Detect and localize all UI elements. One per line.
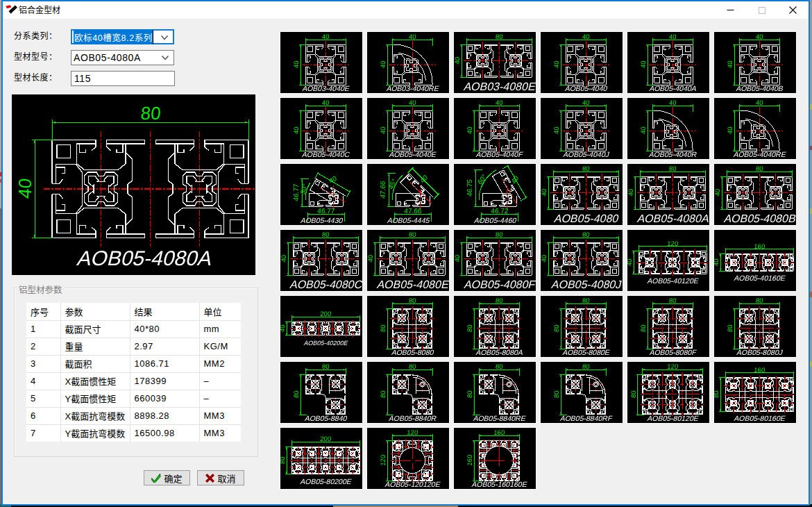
- maximize-icon: [759, 7, 766, 14]
- profile-thumbnail[interactable]: 160160AOB05-160160E: [453, 427, 536, 490]
- svg-text:40: 40: [756, 99, 764, 106]
- close-button[interactable]: [777, 1, 809, 19]
- params-cell: 重量: [60, 338, 130, 355]
- profile-thumbnail[interactable]: 8040AOB05-4080C: [280, 229, 363, 292]
- series-combobox[interactable]: 欧标40槽宽8.2系列: [71, 29, 174, 44]
- profile-thumbnail[interactable]: 16040AOB05-40160E: [713, 229, 797, 292]
- profile-thumbnail[interactable]: 8040AOB05-4080F: [453, 229, 536, 292]
- profile-thumbnail[interactable]: 4040AOB05-4040A: [627, 31, 710, 94]
- params-cell: 8898.28: [130, 407, 199, 424]
- profile-thumbnail[interactable]: 12080AOB05-80120E: [627, 361, 710, 424]
- params-cell: 6: [26, 407, 60, 424]
- cancel-button[interactable]: 取消: [197, 470, 244, 485]
- svg-text:47.66: 47.66: [404, 207, 422, 215]
- profile-thumbnail[interactable]: 4040AOB03-4040E: [280, 31, 363, 94]
- profile-thumbnail[interactable]: 8080AOB05-8840R: [366, 361, 450, 424]
- svg-text:AOB05-8080E: AOB05-8080E: [562, 348, 611, 356]
- profile-thumbnail[interactable]: 8080AOB05-8080A: [453, 295, 536, 358]
- model-chevron-down-icon[interactable]: [161, 53, 169, 62]
- profile-thumbnail[interactable]: 8040AOB05-4080B: [713, 163, 797, 226]
- svg-text:AOB05-80160E: AOB05-80160E: [734, 414, 786, 422]
- svg-text:40: 40: [496, 99, 504, 106]
- svg-text:40: 40: [627, 188, 634, 197]
- maximize-button[interactable]: [746, 1, 777, 19]
- profile-thumbnail[interactable]: 4040AOB05-4040E: [366, 97, 450, 160]
- profile-thumbnail[interactable]: 16080AOB05-80160E: [713, 361, 797, 424]
- profile-thumbnail[interactable]: 8040AOB05-4080J: [540, 229, 623, 292]
- svg-text:AOB03-4040E: AOB03-4040E: [302, 84, 351, 92]
- svg-text:AOB05-4080B: AOB05-4080B: [723, 212, 796, 224]
- svg-text:40: 40: [627, 258, 633, 267]
- params-header-row: 序号参数结果单位: [26, 303, 241, 320]
- svg-text:40: 40: [639, 126, 647, 135]
- params-cell: 16500.98: [130, 424, 199, 442]
- profile-thumbnail[interactable]: 8040AOB03-4080E: [453, 31, 536, 94]
- titlebar[interactable]: 铝合金型材: [3, 1, 809, 19]
- params-table-body: 序号参数结果单位1截面尺寸40*80mm2重量2.97KG/M3截面积1086.…: [26, 303, 241, 442]
- profile-thumbnail[interactable]: 4040AOB05-4040: [540, 31, 623, 94]
- svg-text:46.75: 46.75: [466, 178, 473, 197]
- length-input[interactable]: 115: [71, 71, 175, 86]
- profile-thumbnail[interactable]: 120120AOB05-120120E: [366, 427, 450, 490]
- profile-thumbnail[interactable]: 4040AOB05-4040RE: [713, 97, 797, 160]
- profile-thumbnail[interactable]: 4040AOB05-4040B: [713, 31, 797, 94]
- model-label: 型材型号：: [14, 50, 58, 62]
- profile-thumbnail[interactable]: 8080AOB05-8080: [366, 295, 450, 358]
- svg-text:40: 40: [322, 33, 330, 40]
- svg-text:40: 40: [541, 188, 548, 197]
- svg-text:200: 200: [320, 310, 332, 317]
- profile-thumbnail[interactable]: 46.7746.774030°AOB05-4430: [280, 163, 363, 226]
- svg-text:80: 80: [466, 324, 473, 333]
- svg-text:AOB05-8840RE: AOB05-8840RE: [473, 414, 527, 422]
- svg-text:AOB05-4040A: AOB05-4040A: [649, 84, 699, 92]
- profile-thumbnail[interactable]: 8080AOB05-8080E: [540, 295, 623, 358]
- params-cell: 40*80: [130, 320, 199, 338]
- minimize-button[interactable]: [715, 1, 746, 19]
- window-title: 铝合金型材: [19, 4, 60, 15]
- ok-button[interactable]: 确定: [144, 470, 190, 485]
- params-cell: –: [199, 372, 241, 390]
- profile-thumbnail[interactable]: 8080AOB05-8840RF: [540, 361, 623, 424]
- profile-thumbnail[interactable]: 8080AOB05-8840: [280, 361, 363, 424]
- svg-text:80: 80: [496, 33, 504, 40]
- profile-thumbnail[interactable]: 46.7246.754060°AOB05-4460: [453, 163, 536, 226]
- svg-text:30°: 30°: [299, 183, 310, 196]
- svg-text:AOB05-4040: AOB05-4040: [564, 84, 609, 92]
- model-value: AOB05-4080A: [74, 52, 141, 63]
- profile-thumbnail[interactable]: 4040AOB03-4040RE: [366, 31, 450, 94]
- profile-thumbnail[interactable]: 8040AOB05-4080E: [366, 229, 450, 292]
- profile-thumbnail[interactable]: 4040AOB05-4040F: [453, 97, 536, 160]
- svg-text:80: 80: [756, 165, 764, 172]
- model-combobox[interactable]: AOB05-4080A: [71, 50, 174, 65]
- svg-text:80: 80: [496, 363, 504, 370]
- profile-thumbnail[interactable]: 4040AOB05-4040C: [280, 97, 363, 160]
- svg-text:47.66: 47.66: [379, 181, 387, 199]
- series-chevron-down-icon[interactable]: [160, 33, 169, 42]
- profile-thumbnail[interactable]: 20040AOB05-40200E: [280, 295, 363, 358]
- params-row: 4X截面惯性矩178399–: [26, 372, 241, 390]
- params-row: 6X截面抗弯模数8898.28MM3: [26, 407, 241, 424]
- profile-thumbnail[interactable]: 8080AOB05-8080J: [713, 295, 797, 358]
- svg-text:40: 40: [292, 126, 300, 135]
- profile-thumbnail[interactable]: 8040AOB05-4080: [540, 163, 623, 226]
- params-cell: X截面抗弯模数: [60, 407, 130, 424]
- profile-thumbnail[interactable]: 47.6647.664045°AOB05-4445: [366, 163, 450, 226]
- profile-thumbnail[interactable]: 12040AOB05-40120E: [627, 229, 710, 292]
- svg-text:120: 120: [379, 454, 387, 466]
- profile-thumbnail[interactable]: 8080AOB05-8080F: [627, 295, 710, 358]
- profile-thumbnail[interactable]: 8040AOB05-4080A: [627, 163, 710, 226]
- svg-text:AOB05-8080: AOB05-8080: [391, 348, 435, 356]
- svg-text:40: 40: [322, 99, 330, 106]
- params-header-cell: 参数: [60, 303, 130, 320]
- svg-text:AOB05-4460: AOB05-4460: [473, 216, 518, 224]
- svg-text:80: 80: [669, 297, 677, 304]
- profile-thumbnail[interactable]: 20080AOB05-80200E: [280, 427, 363, 490]
- params-header-cell: 结果: [130, 303, 199, 320]
- svg-text:40: 40: [669, 33, 677, 40]
- profile-thumbnail[interactable]: 4040AOB05-4040J: [540, 97, 623, 160]
- app-logo-icon: [6, 5, 17, 14]
- profile-thumbnail[interactable]: 4040AOB05-4040R: [627, 97, 710, 160]
- params-cell: mm: [199, 320, 241, 338]
- profile-thumbnail[interactable]: 8080AOB05-8840RE: [453, 361, 536, 424]
- params-cell: 1: [26, 320, 60, 338]
